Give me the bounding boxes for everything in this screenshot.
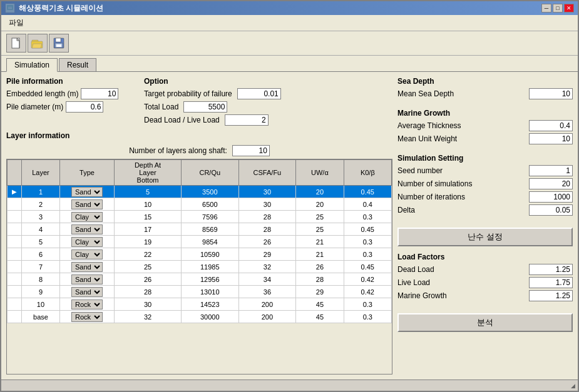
type-select[interactable]: SandClayRock bbox=[71, 299, 103, 309]
pile-diameter-input[interactable] bbox=[66, 101, 103, 113]
row-type[interactable]: SandClayRock bbox=[60, 223, 115, 236]
row-type[interactable]: SandClayRock bbox=[60, 248, 115, 261]
prob-failure-input[interactable] bbox=[237, 88, 281, 99]
row-arrow bbox=[8, 211, 22, 223]
minimize-button[interactable]: ─ bbox=[541, 4, 551, 13]
dead-load-input[interactable] bbox=[529, 264, 573, 275]
row-layer: 1 bbox=[21, 186, 59, 198]
layer-table-wrapper[interactable]: Layer Type Depth AtLayerBottom CR/Qu CSF… bbox=[6, 159, 392, 374]
type-select[interactable]: SandClayRock bbox=[71, 224, 103, 234]
prob-failure-row: Target probability of failure bbox=[144, 88, 307, 99]
table-row[interactable]: 4SandClayRock17856928250.45 bbox=[8, 223, 392, 236]
toolbar bbox=[1, 31, 578, 56]
row-csfa: 28 bbox=[238, 211, 296, 223]
row-cr: 7596 bbox=[181, 211, 238, 223]
type-select[interactable]: SandClayRock bbox=[71, 249, 103, 259]
row-arrow bbox=[8, 311, 22, 323]
row-layer: 5 bbox=[21, 236, 59, 248]
col-type: Type bbox=[60, 160, 115, 186]
num-simulations-input[interactable] bbox=[529, 178, 573, 189]
dead-load-row: Dead Load bbox=[397, 264, 573, 275]
prob-failure-label: Target probability of failure bbox=[144, 89, 232, 98]
table-row[interactable]: ▶1SandClayRock5350030200.45 bbox=[8, 186, 392, 198]
row-type[interactable]: SandClayRock bbox=[60, 186, 115, 198]
type-select[interactable]: SandClayRock bbox=[71, 237, 103, 247]
type-select[interactable]: SandClayRock bbox=[71, 262, 103, 272]
mean-sea-depth-input[interactable] bbox=[529, 88, 573, 99]
seed-number-input[interactable] bbox=[529, 165, 573, 176]
row-depth: 26 bbox=[115, 273, 182, 286]
title-bar: 해상풍력기초 시뮬레이션 ─ □ ✕ bbox=[1, 1, 578, 15]
maximize-button[interactable]: □ bbox=[553, 4, 563, 13]
table-row[interactable]: 3SandClayRock15759628250.3 bbox=[8, 211, 392, 223]
avg-thickness-input[interactable] bbox=[529, 120, 573, 131]
embedded-length-input[interactable] bbox=[81, 88, 118, 99]
svg-rect-8 bbox=[56, 38, 61, 42]
row-type[interactable]: SandClayRock bbox=[60, 311, 115, 323]
open-button[interactable] bbox=[28, 34, 48, 53]
type-select[interactable]: SandClayRock bbox=[71, 187, 103, 197]
close-button[interactable]: ✕ bbox=[564, 4, 574, 13]
row-type[interactable]: SandClayRock bbox=[60, 273, 115, 286]
row-layer: 4 bbox=[21, 223, 59, 236]
content-area: Pile information Embedded length (m) Pil… bbox=[1, 71, 578, 379]
type-select[interactable]: SandClayRock bbox=[71, 312, 103, 322]
total-load-label: Total Load bbox=[144, 103, 178, 111]
seed-number-label: Seed number bbox=[397, 166, 529, 175]
top-info-row: Pile information Embedded length (m) Pil… bbox=[6, 77, 392, 128]
table-row[interactable]: 2SandClayRock10650030200.4 bbox=[8, 198, 392, 211]
row-uw: 45 bbox=[296, 298, 344, 311]
type-select[interactable]: SandClayRock bbox=[71, 212, 103, 222]
type-select[interactable]: SandClayRock bbox=[71, 287, 103, 297]
table-row[interactable]: 7SandClayRock251198532260.45 bbox=[8, 261, 392, 273]
row-type[interactable]: SandClayRock bbox=[60, 198, 115, 211]
row-arrow bbox=[8, 298, 22, 311]
dead-live-label: Dead Load / Live Load bbox=[144, 116, 220, 124]
new-button[interactable] bbox=[6, 34, 26, 53]
row-uw: 20 bbox=[296, 186, 344, 198]
row-type[interactable]: SandClayRock bbox=[60, 286, 115, 298]
load-factors-section: Load Factors Dead Load Live Load Marine … bbox=[397, 253, 573, 303]
save-button[interactable] bbox=[49, 34, 69, 53]
embedded-length-row: Embedded length (m) bbox=[6, 88, 131, 99]
row-type[interactable]: SandClayRock bbox=[60, 236, 115, 248]
menu-file[interactable]: 파일 bbox=[6, 17, 26, 28]
col-uw: UW/α bbox=[296, 160, 344, 186]
row-type[interactable]: SandClayRock bbox=[60, 298, 115, 311]
dead-live-input[interactable] bbox=[225, 114, 269, 126]
tab-simulation[interactable]: Simulation bbox=[6, 58, 58, 72]
delta-row: Delta bbox=[397, 204, 573, 216]
type-select[interactable]: SandClayRock bbox=[71, 274, 103, 284]
row-depth: 28 bbox=[115, 286, 182, 298]
layer-count-input[interactable] bbox=[232, 145, 270, 156]
tab-result[interactable]: Result bbox=[59, 58, 96, 71]
num-iterations-input[interactable] bbox=[529, 191, 573, 203]
type-select[interactable]: SandClayRock bbox=[71, 199, 103, 209]
row-cr: 30000 bbox=[181, 311, 238, 323]
table-row[interactable]: 8SandClayRock261295634280.42 bbox=[8, 273, 392, 286]
sea-depth-title: Sea Depth bbox=[397, 77, 573, 86]
delta-input[interactable] bbox=[529, 204, 573, 216]
live-load-input[interactable] bbox=[529, 277, 573, 288]
mean-sea-depth-row: Mean Sea Depth bbox=[397, 88, 573, 99]
table-row[interactable]: baseSandClayRock3230000200450.3 bbox=[8, 311, 392, 323]
seed-number-row: Seed number bbox=[397, 165, 573, 176]
analyze-button[interactable]: 분석 bbox=[397, 313, 573, 332]
table-row[interactable]: 5SandClayRock19985426210.3 bbox=[8, 236, 392, 248]
row-csfa: 200 bbox=[238, 311, 296, 323]
table-row[interactable]: 6SandClayRock221059029210.3 bbox=[8, 248, 392, 261]
random-button[interactable]: 난수 설정 bbox=[397, 228, 573, 246]
row-type[interactable]: SandClayRock bbox=[60, 261, 115, 273]
row-csfa: 26 bbox=[238, 236, 296, 248]
col-k0: K0/β bbox=[344, 160, 391, 186]
table-row[interactable]: 9SandClayRock281301036290.42 bbox=[8, 286, 392, 298]
mean-unit-weight-input[interactable] bbox=[529, 133, 573, 144]
row-type[interactable]: SandClayRock bbox=[60, 211, 115, 223]
row-cr: 8569 bbox=[181, 223, 238, 236]
svg-rect-10 bbox=[56, 44, 61, 47]
table-row[interactable]: 10SandClayRock3014523200450.3 bbox=[8, 298, 392, 311]
row-cr: 14523 bbox=[181, 298, 238, 311]
total-load-input[interactable] bbox=[183, 101, 227, 113]
num-iterations-label: Number of iterations bbox=[397, 193, 529, 201]
marine-growth-load-input[interactable] bbox=[529, 290, 573, 301]
